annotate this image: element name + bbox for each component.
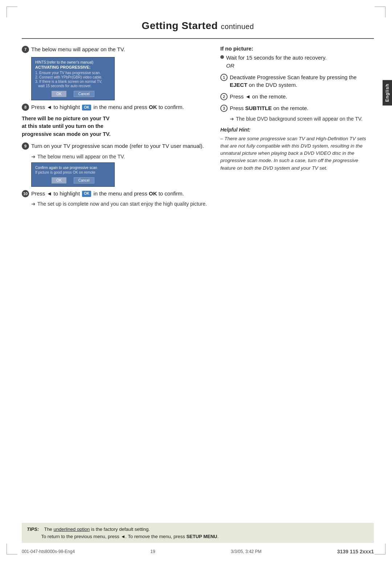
bold-notice: There will be no picture on your TV at t… [22, 115, 209, 138]
step-9: 9 Turn on your TV progressive scan mode … [22, 142, 209, 150]
arrow-icon-3: ➜ [230, 116, 234, 122]
arrow-icon-1: ➜ [31, 154, 36, 160]
step-7: 7 The below menu will appear on the TV. [22, 45, 209, 53]
main-content: Getting Started continued 7 The below me… [22, 20, 374, 532]
helpful-hint-title: Helpful Hint: [220, 126, 374, 134]
step-9-sub-arrow: ➜ The below menu will appear on the TV. [31, 154, 209, 160]
if-no-picture-step3: 3 Press SUBTITLE on the remote. [220, 104, 374, 112]
page-title: Getting Started continued [22, 20, 374, 32]
menu1-sub: ACTIVATING PROGRESSIVE: [35, 65, 111, 69]
menu1-item3: 3. If there is a blank screen on normal … [35, 80, 111, 84]
step-8: 8 Press ◄ to highlight OK in the menu an… [22, 103, 209, 111]
language-sidebar: English [383, 80, 392, 105]
step-7-content: The below menu will appear on the TV. [31, 45, 209, 53]
menu-mockup-1: HINTS:(refer to the owner's manual) ACTI… [31, 57, 115, 100]
if-no-picture-header: If no picture: [220, 45, 374, 52]
footer-center: 19 [150, 549, 155, 554]
menu2-ok-btn: OK [52, 177, 66, 183]
if-no-picture-step3-num: 3 [220, 105, 228, 112]
arrow-icon-2: ➜ [31, 201, 36, 207]
step3-sub-arrow: ➜ The blue DVD background screen will ap… [230, 116, 374, 122]
if-no-picture-step2-content: Press ◄ on the remote. [230, 93, 374, 101]
footer-right-date: 3/3/05, 3:42 PM [231, 549, 262, 554]
helpful-hint: Helpful Hint: – There are some progressi… [220, 126, 374, 172]
footer-right-model: 3139 115 2xxx1 [337, 549, 374, 554]
step-10-num: 10 [22, 190, 29, 197]
step-10-sub-arrow: ➜ The set up is complete now and you can… [31, 201, 209, 207]
corner-mark-br [375, 544, 385, 554]
if-no-picture-step1: 1 Deactivate Progressive Scan feature by… [220, 73, 374, 89]
menu-mockup-2: Confirm again to use progressive scan If… [31, 162, 115, 187]
title-divider [22, 38, 374, 39]
corner-mark-tl [7, 7, 17, 17]
step-10-content: Press ◄ to highlight OK in the menu and … [31, 190, 209, 198]
corner-mark-tr [375, 7, 385, 17]
step-8-content: Press ◄ to highlight OK in the menu and … [31, 103, 209, 111]
menu2-title: Confirm again to use progressive scan [35, 166, 111, 170]
tips-label: TIPS: [27, 526, 39, 532]
menu1-ok-btn: OK [52, 91, 66, 97]
step-10: 10 Press ◄ to highlight OK in the menu a… [22, 190, 209, 198]
tips-bar: TIPS: The underlined option is the facto… [22, 523, 374, 543]
step-7-num: 7 [22, 46, 29, 53]
if-no-picture-step1-num: 1 [220, 74, 228, 81]
menu2-buttons: OK Cancel [35, 177, 111, 183]
right-column: If no picture: Wait for 15 seconds for t… [220, 45, 374, 172]
footer-left: 001-047-hts8000s-98-Eng4 [22, 549, 75, 554]
if-no-picture-bullet1: Wait for 15 seconds for the auto recover… [220, 54, 374, 70]
menu1-item4: wait 15 seconds for auto recover. [35, 84, 111, 88]
if-no-picture-step3-content: Press SUBTITLE on the remote. [230, 104, 374, 112]
menu2-cancel-btn: Cancel [74, 177, 94, 183]
if-no-picture-step2: 2 Press ◄ on the remote. [220, 93, 374, 101]
if-no-picture-step1-content: Deactivate Progressive Scan feature by p… [230, 73, 374, 89]
corner-mark-bl [7, 544, 17, 554]
left-column: 7 The below menu will appear on the TV. … [22, 45, 209, 209]
if-no-picture-bullet1-text: Wait for 15 seconds for the auto recover… [226, 54, 374, 70]
ok-badge-2: OK [82, 191, 91, 197]
menu2-sub: If picture is good press OK on remote [35, 170, 111, 174]
step-9-num: 9 [22, 142, 29, 150]
step-8-num: 8 [22, 104, 29, 111]
menu1-item2: 2. Connect with YPbPr(GBR) video cable. [35, 75, 111, 79]
menu1-item1: 1. Ensure your TV has progressive scan. [35, 71, 111, 75]
footer: 001-047-hts8000s-98-Eng4 19 3/3/05, 3:42… [22, 549, 374, 554]
step-9-content: Turn on your TV progressive scan mode (r… [31, 142, 209, 150]
menu1-cancel-btn: Cancel [74, 91, 94, 97]
content-columns: 7 The below menu will appear on the TV. … [22, 45, 374, 209]
if-no-picture-step2-num: 2 [220, 93, 228, 100]
ok-badge-1: OK [82, 105, 91, 111]
menu1-title: HINTS:(refer to the owner's manual) [35, 60, 111, 64]
menu1-buttons: OK Cancel [35, 91, 111, 97]
bullet-circle-1 [220, 55, 224, 59]
tips-underline: underlined option [53, 526, 90, 532]
